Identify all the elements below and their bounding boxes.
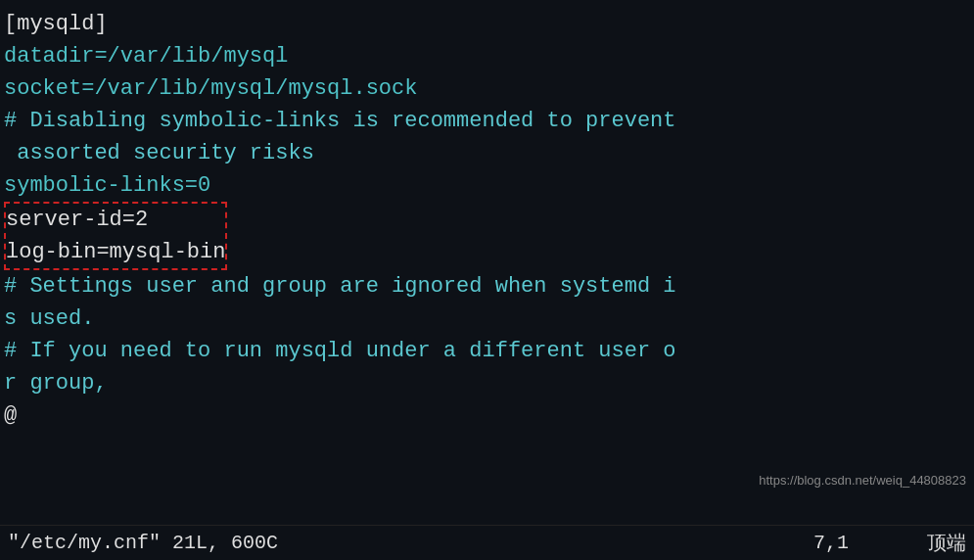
status-bar: "/etc/my.cnf" 21L, 600C 7,1 顶端 [0,525,974,560]
editor-content: [mysqld] datadir=/var/lib/mysql socket=/… [0,0,974,525]
code-line-12: r group, [4,367,970,399]
code-line-7: server-id=2 [6,204,225,236]
code-line-1: [mysqld] [4,8,970,40]
status-filename: "/etc/my.cnf" 21L, 600C [8,532,278,554]
status-location: 顶端 [927,530,966,556]
code-line-8: log-bin=mysql-bin [6,236,225,268]
editor-container: [mysqld] datadir=/var/lib/mysql socket=/… [0,0,974,560]
code-line-13: @ [4,399,970,432]
code-line-5: assorted security risks [4,137,970,169]
code-line-11: # If you need to run mysqld under a diff… [4,335,970,367]
code-line-2: datadir=/var/lib/mysql [4,40,970,72]
watermark: https://blog.csdn.net/weiq_44808823 [759,473,966,488]
code-line-6: symbolic-links=0 [4,169,970,202]
status-position: 7,1 [813,532,849,554]
code-line-4: # Disabling symbolic-links is recommende… [4,105,970,137]
code-line-3: socket=/var/lib/mysql/mysql.sock [4,72,970,105]
highlighted-block: server-id=2 log-bin=mysql-bin [4,202,227,270]
code-line-9: # Settings user and group are ignored wh… [4,270,970,303]
code-line-10: s used. [4,303,970,335]
